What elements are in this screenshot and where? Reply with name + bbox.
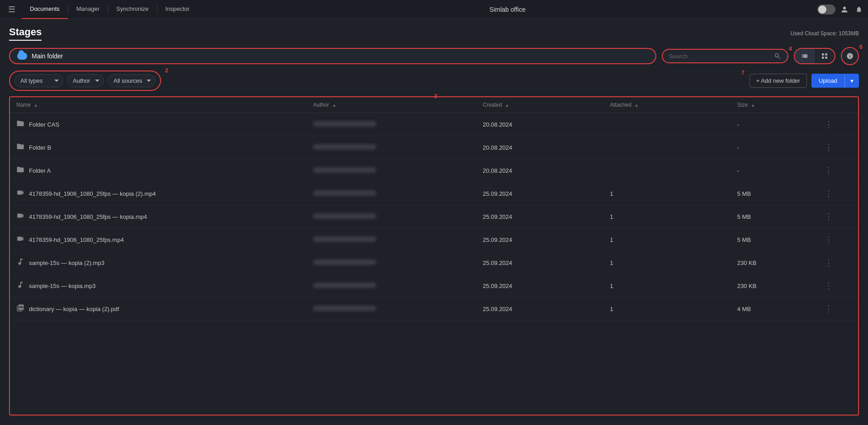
user-icon <box>841 6 848 13</box>
grid-view-button[interactable] <box>815 49 835 63</box>
file-type-icon <box>16 304 24 314</box>
col-header-attached[interactable]: Attached ▲ <box>604 97 731 113</box>
row-more-button[interactable]: ⋮ <box>822 142 835 153</box>
cell-size: - <box>731 113 816 136</box>
tab-synchronize[interactable]: Synchronize <box>108 0 157 19</box>
annotation-4: 4 <box>789 45 792 52</box>
cell-name: sample-15s — kopia.mp3 <box>10 274 307 298</box>
type-filter[interactable]: All types Images Videos Audio Documents <box>14 74 63 87</box>
cell-actions: ⋮ <box>816 159 858 182</box>
file-type-icon <box>16 212 24 222</box>
cell-attached <box>604 159 731 182</box>
cell-created: 25.09.2024 <box>476 182 603 205</box>
list-view-icon <box>801 52 808 60</box>
search-icon <box>774 52 781 60</box>
col-header-name[interactable]: Name ▲ <box>10 97 307 113</box>
file-table-wrapper: Name ▲ Author ▲ Created ▲ Attached ▲ Siz… <box>9 96 859 416</box>
file-type-icon <box>16 258 24 268</box>
main-content: Stages Used Cloud Space: 1053MB 1 Main f… <box>0 19 868 425</box>
cell-created: 25.09.2024 <box>476 298 603 321</box>
grid-view-icon <box>821 52 828 60</box>
sort-author-icon: ▲ <box>332 103 337 108</box>
filters-row: 2 All types Images Videos Audio Document… <box>9 71 859 91</box>
row-more-button[interactable]: ⋮ <box>822 165 835 176</box>
cell-attached <box>604 136 731 159</box>
author-value <box>313 121 376 127</box>
row-more-button[interactable]: ⋮ <box>822 257 835 269</box>
info-button[interactable]: 6 <box>841 47 859 65</box>
file-name-text: 4178359-hd_1906_1080_25fps.mp4 <box>29 236 124 243</box>
notifications-button[interactable] <box>854 4 864 15</box>
cell-name: sample-15s — kopia (2).mp3 <box>10 251 307 274</box>
row-more-button[interactable]: ⋮ <box>822 234 835 246</box>
info-icon <box>846 52 854 60</box>
user-profile-button[interactable] <box>839 4 850 15</box>
folder-selector[interactable]: 1 Main folder <box>9 48 656 64</box>
table-row: 4178359-hd_1906_1080_25fps — kopia.mp4 2… <box>10 205 858 228</box>
col-header-size[interactable]: Size ▲ <box>731 97 816 113</box>
cell-attached: 1 <box>604 298 731 321</box>
col-header-created[interactable]: Created ▲ <box>476 97 603 113</box>
file-type-icon <box>16 165 24 175</box>
table-row: Folder A 20.08.2024 - ⋮ <box>10 159 858 182</box>
cell-created: 25.09.2024 <box>476 274 603 298</box>
cell-name: Folder B <box>10 136 307 159</box>
cell-size: 5 MB <box>731 228 816 251</box>
cell-attached: 1 <box>604 274 731 298</box>
cell-name: Folder CAS <box>10 113 307 136</box>
sort-name-icon: ▲ <box>33 103 38 108</box>
cell-actions: ⋮ <box>816 136 858 159</box>
annotation-3: 3 <box>434 93 437 99</box>
cloud-icon <box>17 52 27 60</box>
cell-name: dictionary — kopia — kopia (2).pdf <box>10 298 307 321</box>
author-filter[interactable]: Author Me Others <box>67 74 104 87</box>
add-folder-button[interactable]: + Add new folder <box>749 74 807 88</box>
row-more-button[interactable]: ⋮ <box>822 211 835 222</box>
list-view-button[interactable] <box>795 49 815 63</box>
top-navigation: ☰ Documents Manager Synchronize Inspecto… <box>0 0 868 19</box>
col-header-author[interactable]: Author ▲ <box>307 97 476 113</box>
cell-author <box>307 228 476 251</box>
search-input[interactable] <box>669 53 770 60</box>
file-name-text: dictionary — kopia — kopia (2).pdf <box>29 306 119 312</box>
file-name-text: sample-15s — kopia.mp3 <box>29 283 95 289</box>
author-value <box>313 213 376 219</box>
row-more-button[interactable]: ⋮ <box>822 303 835 315</box>
file-type-icon <box>16 142 24 152</box>
cell-attached: 1 <box>604 228 731 251</box>
toggle-switch[interactable] <box>817 5 835 14</box>
upload-button-group: Upload ▼ <box>811 74 859 88</box>
file-name-text: Folder CAS <box>29 121 59 128</box>
upload-dropdown-button[interactable]: ▼ <box>844 75 859 87</box>
search-box: 4 <box>662 49 788 63</box>
author-value <box>313 190 376 196</box>
tab-manager[interactable]: Manager <box>68 0 108 19</box>
author-value <box>313 283 376 288</box>
row-more-button[interactable]: ⋮ <box>822 188 835 199</box>
folder-name-label: Main folder <box>32 52 63 60</box>
cell-actions: ⋮ <box>816 251 858 274</box>
cell-size: - <box>731 136 816 159</box>
annotation-7: 7 <box>741 69 745 76</box>
cell-created: 20.08.2024 <box>476 113 603 136</box>
action-buttons: 7 + Add new folder Upload ▼ <box>749 74 859 88</box>
source-filter[interactable]: All sources Local Cloud <box>108 74 156 87</box>
file-type-icon <box>16 235 24 245</box>
upload-button[interactable]: Upload <box>811 74 844 88</box>
cell-attached <box>604 113 731 136</box>
menu-button[interactable]: ☰ <box>4 3 20 16</box>
cell-author <box>307 113 476 136</box>
file-name-text: Folder A <box>29 167 51 174</box>
cloud-space-info: Used Cloud Space: 1053MB <box>791 30 859 37</box>
cell-actions: ⋮ <box>816 182 858 205</box>
row-more-button[interactable]: ⋮ <box>822 118 835 130</box>
cell-actions: ⋮ <box>816 113 858 136</box>
cell-attached: 1 <box>604 182 731 205</box>
tab-inspector[interactable]: Inspector <box>157 0 198 19</box>
cell-author <box>307 205 476 228</box>
file-table: Name ▲ Author ▲ Created ▲ Attached ▲ Siz… <box>10 97 858 321</box>
row-more-button[interactable]: ⋮ <box>822 280 835 292</box>
table-row: 4178359-hd_1906_1080_25fps — kopia (2).m… <box>10 182 858 205</box>
tab-documents[interactable]: Documents <box>22 0 68 19</box>
cell-size: 5 MB <box>731 205 816 228</box>
